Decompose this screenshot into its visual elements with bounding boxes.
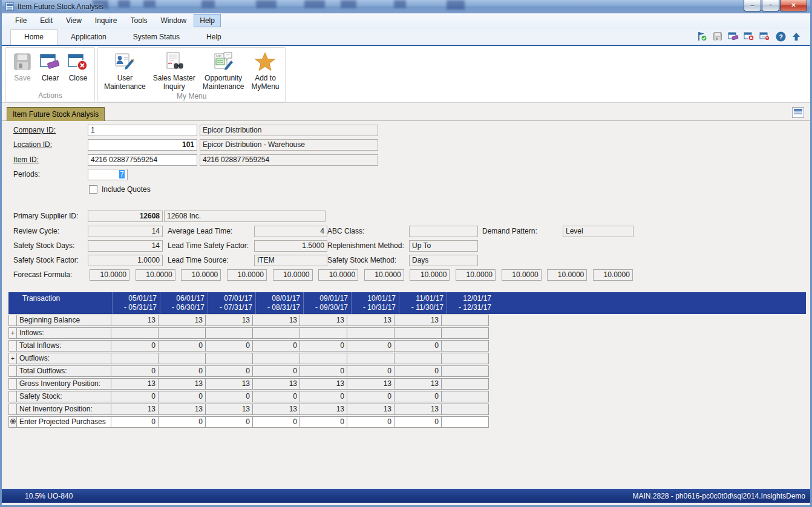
forecast-field-10: 10.0000 (502, 269, 542, 281)
menu-item-tools[interactable]: Tools (125, 14, 154, 27)
grid-cell[interactable]: 0 (347, 416, 395, 428)
grid-cell (441, 353, 489, 364)
safety-stock-method-label: Safety Stock Method: (327, 255, 396, 266)
minimize-button[interactable]: – (744, 0, 761, 11)
include-quotes-checkbox[interactable] (89, 185, 97, 194)
grid-cell (205, 327, 253, 339)
opportunity-icon: MRL (213, 51, 234, 72)
grid-cell: 0 (158, 365, 206, 377)
ribbon-button-label: Close (69, 74, 88, 82)
grid-cell: 13 (252, 315, 300, 326)
grid-cell: 0 (394, 365, 442, 377)
sales-inquiry-icon (164, 51, 185, 72)
row-selector-cell (8, 404, 17, 415)
grid-row-label: Beginning Balance (16, 315, 111, 326)
grid-cell (441, 315, 489, 326)
ribbon-button-label: Clear (42, 74, 59, 82)
menu-item-help[interactable]: Help (194, 14, 221, 27)
maximize-button[interactable]: ▫ (762, 0, 779, 11)
grid-cell[interactable]: 0 (394, 416, 442, 428)
location-id-input[interactable]: 101 (88, 139, 197, 151)
grid-cell: 0 (205, 340, 253, 352)
grid-cell: 13 (394, 404, 442, 415)
periods-input[interactable]: 7 (88, 169, 128, 180)
row-selector-cell (8, 340, 17, 352)
forecast-formula-label: Forecast Formula: (13, 269, 72, 281)
grid-cell: 0 (111, 365, 159, 377)
grid-cell[interactable]: 0 (205, 416, 253, 428)
collapse-ribbon-icon[interactable] (791, 31, 802, 42)
forecast-field-11: 10.0000 (547, 269, 587, 281)
location-name-field: Epicor Distribution - Warehouse (200, 139, 378, 151)
include-quotes-label: Include Quotes (102, 184, 151, 195)
forecast-field-6: 10.0000 (318, 269, 358, 281)
menu-item-edit[interactable]: Edit (34, 14, 59, 27)
tab-home[interactable]: Home (10, 29, 57, 45)
grid-cell: 0 (347, 391, 395, 402)
company-id-input[interactable]: 1 (88, 125, 197, 136)
ribbon-group-actions: SaveClearCloseActions (5, 47, 95, 102)
replenishment-method-field: Up To (409, 240, 478, 252)
tab-help[interactable]: Help (193, 30, 235, 45)
menu-item-window[interactable]: Window (155, 14, 193, 27)
star-icon (255, 51, 275, 72)
grid-cell[interactable]: 0 (111, 416, 159, 428)
tab-application[interactable]: Application (57, 30, 120, 45)
grid-row-label: Net Inventory Position: (16, 404, 111, 415)
forecast-field-9: 10.0000 (456, 269, 496, 281)
lead-time-safety-factor-label: Lead Time Safety Factor: (168, 240, 249, 252)
clear-button[interactable]: Clear (36, 50, 64, 90)
ribbon: SaveClearCloseActionsUser MaintenanceSal… (2, 46, 810, 103)
expand-icon[interactable]: + (8, 327, 17, 339)
expand-icon[interactable]: + (8, 353, 17, 364)
tab-system-status[interactable]: System Status (120, 30, 193, 45)
grid-row-safety-stock: Safety Stock:0000000 (8, 391, 489, 402)
grid-cell: 13 (158, 404, 206, 415)
grid-header-period-4: 08/01/17- 08/31/17 (255, 292, 303, 314)
user-maintenance-button[interactable]: User Maintenance (100, 50, 149, 91)
forecast-field-2: 10.0000 (136, 269, 175, 281)
opportunity-maintenance-button[interactable]: MRLOpportunity Maintenance (199, 50, 248, 91)
item-desc-field: 4216 028877559254 (200, 154, 378, 166)
grid-row-total-inflows: Total Inflows:0000000 (8, 340, 489, 352)
svg-text:?: ? (779, 33, 783, 40)
grid-cell[interactable] (441, 416, 489, 428)
grid-cell (441, 404, 489, 415)
location-id-label[interactable]: Location ID: (13, 139, 52, 151)
grid-cell[interactable]: 0 (252, 416, 300, 428)
close-small-icon[interactable] (744, 31, 755, 42)
grid-cell[interactable]: 0 (158, 416, 206, 428)
menu-item-inquire[interactable]: Inquire (89, 14, 123, 27)
help-icon[interactable]: ? (775, 31, 786, 42)
clear-small-icon[interactable] (728, 31, 739, 42)
sales-master-inquiry-button[interactable]: Sales Master Inquiry (149, 50, 199, 91)
document-tab[interactable]: Item Future Stock Analysis (7, 107, 105, 121)
menu-item-view[interactable]: View (60, 14, 88, 27)
ribbon-button-label: Sales Master Inquiry (153, 74, 195, 91)
forecast-field-7: 10.0000 (364, 269, 404, 281)
item-id-input[interactable]: 4216 028877559254 (88, 154, 197, 166)
grid-row-inflows: +Inflows: (8, 327, 489, 339)
item-id-label[interactable]: Item ID: (13, 154, 39, 166)
close-all-icon[interactable] (759, 31, 770, 42)
record-selector-icon (10, 419, 16, 424)
grid-cell: 13 (347, 315, 395, 326)
menu-item-file[interactable]: File (9, 14, 33, 27)
flag-check-icon[interactable] (696, 31, 707, 42)
grid-cell (441, 327, 489, 339)
company-id-label[interactable]: Company ID: (13, 125, 56, 136)
forecast-field-8: 10.0000 (410, 269, 450, 281)
close-button[interactable]: ✕ (780, 0, 807, 11)
grid-cell: 13 (252, 404, 300, 415)
clear-large-icon (40, 51, 61, 72)
lead-time-safety-factor-field: 1.5000 (254, 240, 327, 252)
grid-cell: 13 (394, 378, 442, 390)
average-lead-time-field: 4 (254, 226, 327, 237)
grid-cell[interactable]: 0 (300, 416, 347, 428)
close-button[interactable]: Close (64, 50, 92, 90)
add-to-mymenu-button[interactable]: Add to MyMenu (247, 50, 283, 91)
periods-label: Periods: (13, 169, 40, 180)
safety-stock-days-field: 14 (88, 240, 163, 252)
form-view-icon[interactable] (792, 107, 804, 118)
ribbon-button-label: User Maintenance (104, 74, 146, 91)
